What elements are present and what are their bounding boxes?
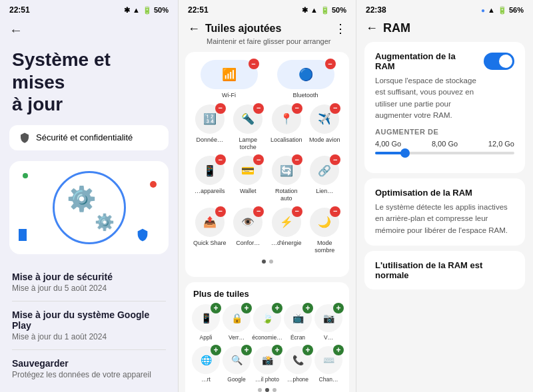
tile-avion[interactable]: ✈️ − Mode avion bbox=[307, 104, 342, 151]
tile-sombre-icon: 🌙 bbox=[318, 216, 331, 228]
back-button-2[interactable]: ← bbox=[188, 22, 200, 36]
page-dots-1 bbox=[191, 260, 344, 264]
tile-avion-remove[interactable]: − bbox=[330, 103, 340, 114]
tile-bluetooth[interactable]: 🔵 − Bluetooth bbox=[276, 60, 336, 99]
tile-lien-label: Lien… bbox=[316, 188, 333, 195]
tile-wifi[interactable]: 📶 − Wi-Fi bbox=[199, 60, 259, 99]
more-tile-rt-add[interactable]: + bbox=[211, 345, 221, 355]
more-tile-v-icon: 📷 bbox=[323, 313, 334, 323]
tile-rotation[interactable]: 🔄 − Rotation auto bbox=[269, 156, 304, 202]
panel2-title: Tuiles ajoutées bbox=[205, 23, 281, 35]
tile-lien[interactable]: 🔗 − Lien… bbox=[307, 156, 342, 202]
tile-lien-wrap: 🔗 − bbox=[310, 156, 339, 185]
tile-appareils[interactable]: 📱 − …appareils bbox=[193, 156, 227, 202]
tile-wallet-remove[interactable]: − bbox=[253, 154, 264, 165]
more-tile-photo[interactable]: 📸 + …il photo bbox=[252, 346, 282, 383]
more-tile-ecran[interactable]: 📺 + Écran bbox=[282, 304, 313, 341]
panel-tiles: 22:51 ✱ ▲ 🔋 50% ← Tuiles ajoutées ⋮ Main… bbox=[178, 0, 356, 392]
panel3-title: RAM bbox=[383, 21, 410, 35]
more-tiles-section: Plus de tuiles 📱 + Appli 🔒 + Verr… 🍃 bbox=[185, 282, 349, 392]
more-tile-google[interactable]: 🔍 + Google bbox=[221, 346, 252, 383]
tile-lien-remove[interactable]: − bbox=[330, 154, 340, 165]
more-tile-v[interactable]: 📷 + V… bbox=[313, 304, 344, 341]
shield-badge-icon bbox=[135, 228, 150, 245]
tile-quickshare[interactable]: 📤 − Quick Share bbox=[193, 208, 227, 254]
tile-donnee[interactable]: 🔢 − Donnée… bbox=[193, 104, 227, 151]
ram-aug-title: Augmentation de la RAM bbox=[375, 51, 477, 71]
tile-appareils-remove[interactable]: − bbox=[215, 154, 226, 165]
dot-2 bbox=[269, 260, 273, 264]
tile-bt-icon-wrap: 🔵 − bbox=[277, 60, 334, 89]
tiles-row-3: 📱 − …appareils 💳 − Wallet 🔄 − Rotation a… bbox=[191, 156, 344, 202]
update-item-google-play[interactable]: Mise à jour du système Google Play Mise … bbox=[0, 303, 178, 348]
tile-loc-label: Localisation bbox=[270, 136, 302, 144]
more-tile-google-add[interactable]: + bbox=[241, 345, 252, 355]
security-badge[interactable]: Sécurité et confidentialité bbox=[9, 125, 169, 150]
page-title-1: Système et misesà jour bbox=[0, 43, 178, 125]
tile-wifi-remove[interactable]: − bbox=[249, 59, 259, 69]
tile-donnee-remove[interactable]: − bbox=[215, 103, 226, 114]
tiles-row-1: 📶 − Wi-Fi 🔵 − Bluetooth bbox=[191, 60, 344, 99]
tile-energie-remove[interactable]: − bbox=[292, 206, 302, 217]
slider-thumb[interactable] bbox=[400, 148, 410, 158]
more-tile-ecran-add[interactable]: + bbox=[302, 303, 313, 313]
tile-rotation-remove[interactable]: − bbox=[292, 154, 302, 165]
more-tile-chan-label: Chan… bbox=[319, 376, 338, 383]
more-tile-chan-add[interactable]: + bbox=[333, 345, 344, 355]
tile-confort-label: Confor… bbox=[236, 240, 260, 247]
ram-aug-desc: Lorsque l'espace de stockage est suffisa… bbox=[375, 75, 477, 121]
update-sub-backup: Protégez les données de votre appareil bbox=[12, 370, 166, 379]
update-sub-security: Mise à jour du 5 août 2024 bbox=[12, 284, 166, 293]
tile-confort[interactable]: 👁️ − Confor… bbox=[231, 208, 265, 254]
status-icons-1: ✱ ▲ 🔋 50% bbox=[124, 6, 169, 15]
tile-sombre-remove[interactable]: − bbox=[330, 206, 340, 217]
more-tile-phone[interactable]: 📞 + …phone bbox=[282, 346, 313, 383]
more-tile-appli[interactable]: 📱 + Appli bbox=[191, 304, 221, 341]
more-tile-verr[interactable]: 🔒 + Verr… bbox=[221, 304, 252, 341]
update-item-backup[interactable]: Sauvegarder Protégez les données de votr… bbox=[0, 351, 178, 386]
slider-mid: 8,00 Go bbox=[432, 140, 458, 148]
tile-energie-label: …d'énergie bbox=[271, 240, 302, 247]
tile-loc-remove[interactable]: − bbox=[292, 103, 302, 114]
ram-augmentation-card: Augmentation de la RAM Lorsque l'espace … bbox=[364, 42, 525, 173]
more-tile-v-wrap: 📷 + bbox=[314, 304, 342, 332]
more-tile-v-add[interactable]: + bbox=[333, 303, 344, 313]
more-tile-appli-add[interactable]: + bbox=[211, 303, 221, 313]
more-tile-verr-add[interactable]: + bbox=[241, 303, 252, 313]
bt-icon-2: ✱ bbox=[302, 6, 308, 15]
ram-slider[interactable] bbox=[375, 152, 514, 154]
back-button-1[interactable]: ← bbox=[0, 17, 178, 43]
panel2-header: ← Tuiles ajoutées ⋮ bbox=[179, 17, 356, 37]
tiles-row-2: 🔢 − Donnée… 🔦 − Lampe torche 📍 − Localis… bbox=[191, 104, 344, 151]
more-tile-eco[interactable]: 🍃 + économie… bbox=[252, 304, 282, 341]
tile-loc[interactable]: 📍 − Localisation bbox=[269, 104, 304, 151]
more-tile-eco-add[interactable]: + bbox=[272, 303, 282, 313]
tile-quickshare-remove[interactable]: − bbox=[215, 206, 226, 217]
more-tile-rt[interactable]: 🌐 + …rt bbox=[191, 346, 221, 383]
tile-confort-remove[interactable]: − bbox=[253, 206, 264, 217]
tile-rotation-label: Rotation auto bbox=[269, 188, 304, 202]
tile-wallet[interactable]: 💳 − Wallet bbox=[231, 156, 265, 202]
more-tile-verr-icon: 🔒 bbox=[231, 313, 243, 323]
more-tile-appli-icon: 📱 bbox=[201, 313, 212, 323]
update-item-security[interactable]: Mise à jour de sécurité Mise à jour du 5… bbox=[0, 265, 178, 299]
tile-wallet-icon: 💳 bbox=[241, 164, 255, 177]
tile-confort-icon: 👁️ bbox=[241, 216, 255, 228]
tile-appareils-icon: 📱 bbox=[203, 164, 217, 177]
more-tile-chan[interactable]: ⌨️ + Chan… bbox=[313, 346, 344, 383]
more-tile-rt-wrap: 🌐 + bbox=[192, 346, 220, 374]
shield-icon bbox=[19, 132, 31, 144]
back-button-3[interactable]: ← bbox=[366, 21, 378, 35]
more-tile-phone-add[interactable]: + bbox=[302, 345, 313, 355]
more-tile-photo-add[interactable]: + bbox=[272, 345, 282, 355]
tile-sombre[interactable]: 🌙 − Mode sombre bbox=[307, 208, 342, 254]
slider-min: 4,00 Go bbox=[375, 140, 401, 148]
tile-energie[interactable]: ⚡ − …d'énergie bbox=[269, 208, 304, 254]
tile-lampe-remove[interactable]: − bbox=[253, 103, 264, 114]
more-tile-verr-label: Verr… bbox=[229, 334, 245, 341]
ram-toggle[interactable] bbox=[484, 53, 514, 70]
tile-bt-remove[interactable]: − bbox=[325, 59, 336, 69]
tile-lampe[interactable]: 🔦 − Lampe torche bbox=[231, 104, 265, 151]
more-options-icon[interactable]: ⋮ bbox=[334, 21, 346, 36]
more-tile-verr-wrap: 🔒 + bbox=[223, 304, 251, 332]
